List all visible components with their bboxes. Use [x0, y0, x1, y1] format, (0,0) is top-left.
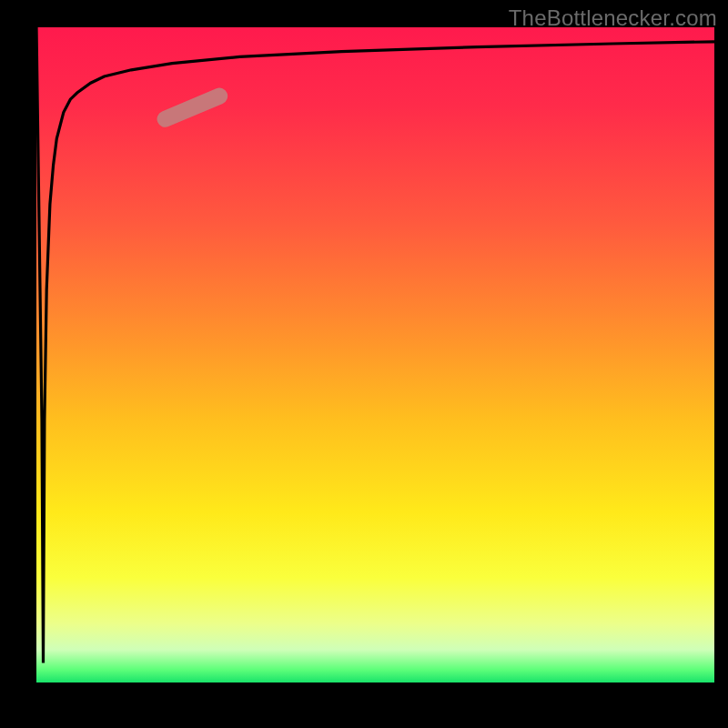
curve-layer — [36, 27, 714, 682]
plot-area — [36, 27, 714, 682]
chart-frame: TheBottlenecker.com — [0, 0, 728, 728]
bottleneck-curve — [36, 27, 714, 662]
highlight-marker — [166, 96, 220, 119]
